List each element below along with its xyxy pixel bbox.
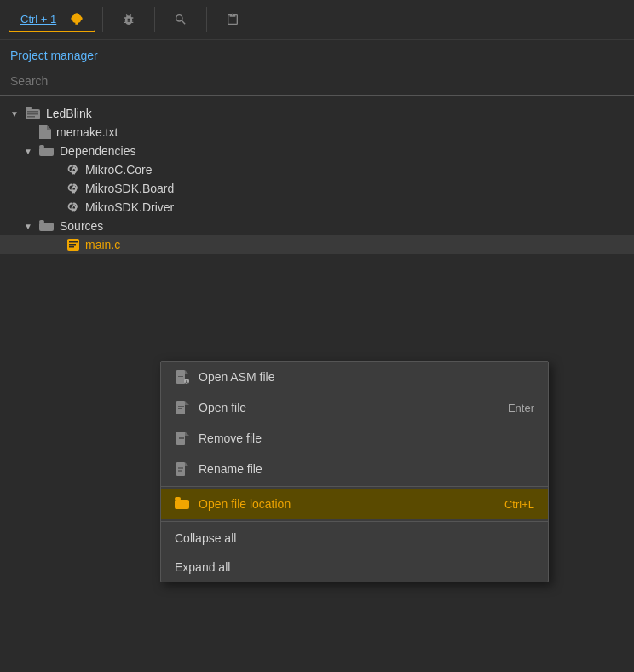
ctx-expand-all[interactable]: Expand all — [161, 553, 548, 582]
clipboard-icon — [226, 13, 239, 26]
svg-rect-24 — [178, 408, 182, 409]
svg-rect-7 — [39, 148, 54, 156]
separator-2 — [154, 7, 155, 32]
svg-rect-17 — [178, 374, 183, 374]
ctx-expand-all-label: Expand all — [175, 560, 230, 574]
file-txt-icon — [39, 125, 51, 139]
svg-rect-8 — [39, 145, 44, 148]
svg-marker-26 — [185, 432, 189, 436]
chevron-dep-icon: ▼ — [24, 147, 34, 156]
link-icon-2 — [66, 182, 80, 195]
ctx-remove-file-left: Remove file — [175, 431, 262, 446]
link-icon-3 — [66, 200, 80, 214]
chevron-sources-icon: ▼ — [24, 222, 34, 231]
tree-item-dependencies[interactable]: ▼ Dependencies — [0, 142, 634, 160]
pm-title: Project manager — [10, 49, 98, 62]
svg-rect-18 — [178, 376, 183, 377]
svg-rect-28 — [176, 462, 185, 476]
ctx-open-file-left: Open file — [175, 400, 246, 415]
ledblink-label: LedBlink — [46, 107, 92, 120]
svg-marker-6 — [47, 125, 51, 130]
memake-label: memake.txt — [56, 125, 118, 139]
brain-icon — [70, 12, 84, 26]
separator-1 — [102, 7, 103, 32]
svg-rect-3 — [27, 113, 38, 115]
svg-marker-29 — [185, 462, 189, 466]
svg-rect-23 — [178, 406, 184, 407]
tab-search[interactable] — [162, 8, 199, 32]
tree-item-ledblink[interactable]: ▼ LedBlink — [0, 104, 634, 123]
ctx-open-file-label: Open file — [199, 401, 246, 414]
tree-item-mikrosdk-board[interactable]: MikroSDK.Board — [0, 179, 634, 198]
svg-marker-22 — [185, 401, 189, 405]
tree-item-mikroc-core[interactable]: MikroC.Core — [0, 160, 634, 179]
source-file-icon — [66, 238, 80, 252]
tab-debug[interactable] — [110, 8, 147, 32]
svg-rect-12 — [69, 241, 78, 243]
svg-rect-10 — [39, 220, 44, 223]
tab-project-manager[interactable]: Ctrl + 1 — [9, 7, 95, 32]
context-menu: A Open ASM file Open file Enter — [160, 361, 549, 582]
toolbar: Ctrl + 1 — [0, 0, 634, 40]
search-bar — [0, 69, 634, 96]
ctx-remove-file-label: Remove file — [199, 432, 262, 445]
ctx-open-location-shortcut: Ctrl+L — [504, 498, 534, 511]
chevron-down-icon: ▼ — [10, 109, 20, 119]
ctx-open-location[interactable]: Open file location Ctrl+L — [161, 489, 548, 519]
mainc-label: main.c — [85, 238, 120, 252]
svg-rect-2 — [27, 111, 38, 113]
ctx-collapse-all[interactable]: Collapse all — [161, 524, 548, 553]
ctx-open-asm-label: Open ASM file — [199, 370, 275, 384]
file-asm-icon: A — [175, 369, 190, 385]
ctx-separator-1 — [161, 486, 548, 487]
svg-text:A: A — [185, 379, 188, 384]
tree-item-memake[interactable]: memake.txt — [0, 123, 634, 142]
folder-open-icon — [175, 496, 190, 512]
dependencies-label: Dependencies — [60, 144, 136, 158]
svg-rect-4 — [27, 116, 35, 118]
tree-item-mainc[interactable]: main.c — [0, 235, 634, 254]
project-icon — [26, 107, 41, 120]
ctx-open-file[interactable]: Open file Enter — [161, 392, 548, 423]
mikrosdk-board-label: MikroSDK.Board — [85, 182, 174, 195]
mikrosdk-driver-label: MikroSDK.Driver — [85, 200, 174, 214]
svg-rect-33 — [175, 497, 181, 501]
ctx-separator-2 — [161, 521, 548, 522]
svg-rect-32 — [175, 500, 189, 509]
svg-rect-1 — [26, 107, 32, 110]
ctx-collapse-all-label: Collapse all — [175, 531, 236, 545]
tree-item-sources[interactable]: ▼ Sources — [0, 217, 634, 235]
ctx-collapse-all-left: Collapse all — [175, 531, 236, 545]
search-input[interactable] — [10, 74, 624, 88]
link-icon-1 — [66, 163, 80, 177]
file-open-icon — [175, 400, 190, 415]
ctx-open-location-left: Open file location — [175, 496, 291, 512]
file-rename-icon — [175, 461, 190, 477]
ctx-rename-file-left: Rename file — [175, 461, 262, 477]
ctx-rename-file[interactable]: Rename file — [161, 454, 548, 484]
svg-marker-16 — [185, 370, 189, 374]
shortcut-ctrl1: Ctrl + 1 — [20, 13, 56, 26]
mikroc-core-label: MikroC.Core — [85, 163, 153, 177]
separator-3 — [206, 7, 207, 32]
project-tree: ▼ LedBlink memake.txt ▼ Dependencies — [0, 96, 634, 263]
svg-marker-5 — [39, 125, 51, 139]
ctx-open-asm-left: A Open ASM file — [175, 369, 275, 385]
tree-item-mikrosdk-driver[interactable]: MikroSDK.Driver — [0, 198, 634, 217]
search-code-icon — [174, 13, 187, 26]
sources-folder-icon — [39, 220, 55, 232]
ctx-remove-file[interactable]: Remove file — [161, 423, 548, 454]
ctx-expand-all-left: Expand all — [175, 560, 230, 574]
pm-header: Project manager — [0, 40, 634, 69]
file-remove-icon — [175, 431, 190, 446]
tab-clipboard[interactable] — [214, 8, 251, 32]
ctx-open-file-shortcut: Enter — [508, 402, 534, 414]
svg-rect-13 — [69, 244, 76, 246]
svg-rect-21 — [176, 401, 185, 414]
svg-rect-9 — [39, 223, 54, 231]
ctx-rename-file-label: Rename file — [199, 462, 262, 476]
svg-rect-14 — [69, 246, 74, 248]
bug-icon — [122, 13, 135, 26]
dep-folder-icon — [39, 145, 55, 157]
ctx-open-asm[interactable]: A Open ASM file — [161, 362, 548, 392]
